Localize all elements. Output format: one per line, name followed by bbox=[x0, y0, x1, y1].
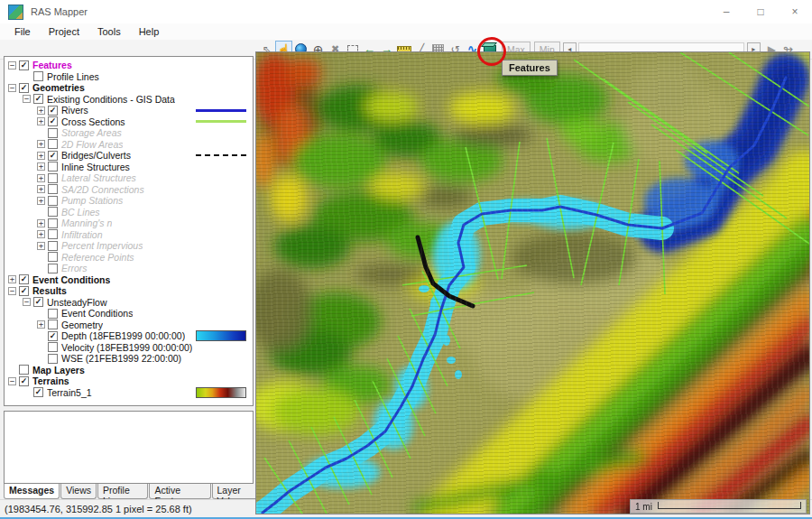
tree-checkbox[interactable]: ✓ bbox=[48, 116, 58, 126]
tree-row[interactable]: Reference Points bbox=[5, 252, 253, 264]
tree-row[interactable]: −✓Features bbox=[5, 60, 253, 71]
tree-expander[interactable]: + bbox=[37, 197, 45, 205]
tree-expander[interactable]: − bbox=[8, 377, 16, 385]
tree-expander[interactable]: + bbox=[37, 107, 45, 115]
tree-checkbox[interactable]: ✓ bbox=[33, 94, 43, 104]
tree-checkbox[interactable]: ✓ bbox=[19, 376, 29, 386]
tree-row[interactable]: BC Lines bbox=[5, 207, 253, 218]
messages-panel[interactable] bbox=[4, 411, 254, 484]
tree-checkbox[interactable] bbox=[48, 128, 58, 138]
tree-item-label: Percent Impervious bbox=[61, 240, 143, 251]
tree-row[interactable]: ✓Depth (18FEB1999 00:00:00) bbox=[5, 330, 253, 342]
menu-file[interactable]: File bbox=[5, 25, 40, 38]
tree-expander[interactable]: + bbox=[37, 140, 45, 148]
tree-row[interactable]: Velocity (18FEB1999 00:00:00) bbox=[5, 342, 253, 354]
tree-row[interactable]: Event Conditions bbox=[5, 308, 253, 320]
tree-row[interactable]: −✓Existing Conditions - GIS Data bbox=[5, 94, 253, 106]
tree-expander[interactable]: − bbox=[8, 287, 16, 295]
tree-checkbox[interactable] bbox=[48, 207, 58, 217]
menu-tools[interactable]: Tools bbox=[88, 25, 130, 38]
tree-expander[interactable]: + bbox=[37, 152, 45, 160]
tree-row[interactable]: −✓Terrains bbox=[5, 375, 253, 387]
tree-row[interactable]: Map Layers bbox=[5, 365, 253, 376]
tree-checkbox[interactable] bbox=[48, 218, 58, 228]
minimize-icon[interactable]: – bbox=[709, 1, 743, 23]
tree-row[interactable]: +SA/2D Connections bbox=[5, 184, 253, 196]
tree-checkbox[interactable] bbox=[48, 264, 58, 273]
tree-item-label: Event Conditions bbox=[61, 308, 133, 319]
tree-checkbox[interactable] bbox=[48, 309, 58, 319]
tree-checkbox[interactable]: ✓ bbox=[19, 274, 29, 284]
tab-profile-lines[interactable]: Profile Lines bbox=[97, 484, 148, 499]
tree-checkbox[interactable]: ✓ bbox=[48, 331, 58, 341]
tree-row[interactable]: ✓Terrain5_1 bbox=[5, 387, 253, 399]
tree-row[interactable]: Profile Lines bbox=[5, 71, 253, 83]
tree-item-label: Manning's n bbox=[61, 218, 112, 228]
tab-messages[interactable]: Messages bbox=[4, 484, 60, 499]
tree-expander[interactable]: − bbox=[23, 298, 31, 306]
tree-expander[interactable]: + bbox=[37, 242, 45, 250]
tree-checkbox[interactable] bbox=[48, 252, 58, 262]
tree-row[interactable]: Storage Areas bbox=[5, 127, 253, 139]
tree-row[interactable]: Errors bbox=[5, 263, 253, 274]
tree-checkbox[interactable] bbox=[48, 196, 58, 206]
tree-expander[interactable]: + bbox=[37, 185, 45, 193]
tree-expander[interactable]: + bbox=[8, 275, 16, 283]
tree-row[interactable]: +Geometry bbox=[5, 320, 253, 331]
tree-expander[interactable]: + bbox=[37, 230, 45, 238]
tree-row[interactable]: +✓Rivers bbox=[5, 105, 253, 116]
tree-row[interactable]: +Inline Structures bbox=[5, 162, 253, 173]
tree-expander[interactable]: + bbox=[37, 162, 45, 171]
tree-row[interactable]: +Percent Impervious bbox=[5, 240, 253, 252]
tree-row[interactable]: +Pump Stations bbox=[5, 195, 253, 207]
menu-project[interactable]: Project bbox=[40, 25, 88, 38]
maximize-icon[interactable]: □ bbox=[743, 1, 778, 23]
tree-checkbox[interactable] bbox=[48, 173, 58, 183]
tree-expander[interactable]: + bbox=[37, 174, 45, 182]
tree-row[interactable]: +2D Flow Areas bbox=[5, 139, 253, 151]
tree-checkbox[interactable] bbox=[48, 320, 58, 329]
tree-row[interactable]: +✓Bridges/Culverts bbox=[5, 150, 253, 162]
tree-expander[interactable]: − bbox=[8, 61, 16, 70]
tree-checkbox[interactable]: ✓ bbox=[19, 286, 29, 296]
tree-expander bbox=[23, 388, 31, 396]
menu-help[interactable]: Help bbox=[130, 25, 169, 38]
tree-expander[interactable]: − bbox=[23, 95, 31, 103]
tree-checkbox[interactable]: ✓ bbox=[48, 106, 58, 116]
tree-checkbox[interactable] bbox=[19, 365, 29, 375]
tree-expander[interactable]: + bbox=[37, 219, 45, 227]
tree-row[interactable]: −✓Results bbox=[5, 285, 253, 297]
tree-checkbox[interactable] bbox=[48, 342, 58, 352]
tree-row[interactable]: +Manning's n bbox=[5, 218, 253, 229]
tree-row[interactable]: −✓Geometries bbox=[5, 82, 253, 94]
tree-expander bbox=[37, 129, 45, 137]
tree-row[interactable]: +Infiltration bbox=[5, 229, 253, 241]
tree-checkbox[interactable] bbox=[48, 139, 58, 149]
tree-checkbox[interactable] bbox=[48, 184, 58, 194]
tree-expander[interactable]: − bbox=[8, 84, 16, 92]
close-icon[interactable]: × bbox=[778, 1, 812, 23]
map-canvas[interactable]: 1 mi bbox=[255, 51, 810, 514]
tree-expander[interactable]: + bbox=[37, 117, 45, 125]
tree-checkbox[interactable] bbox=[33, 71, 43, 81]
tree-row[interactable]: WSE (21FEB1999 22:00:00) bbox=[5, 353, 253, 365]
tab-views[interactable]: Views bbox=[60, 484, 97, 499]
tree-checkbox[interactable]: ✓ bbox=[19, 83, 29, 93]
title-bar: RAS Mapper – □ × bbox=[0, 0, 812, 24]
tree-checkbox[interactable]: ✓ bbox=[48, 151, 58, 161]
tree-checkbox[interactable]: ✓ bbox=[33, 297, 43, 307]
tree-expander bbox=[37, 355, 45, 363]
tree-expander[interactable]: + bbox=[37, 320, 45, 329]
tree-checkbox[interactable] bbox=[48, 354, 58, 364]
tab-active-features[interactable]: Active Features bbox=[149, 484, 210, 499]
tree-item-label: Velocity (18FEB1999 00:00:00) bbox=[61, 342, 192, 353]
tree-checkbox[interactable]: ✓ bbox=[33, 387, 43, 397]
tree-checkbox[interactable] bbox=[48, 162, 58, 171]
tree-row[interactable]: +✓Event Conditions bbox=[5, 274, 253, 286]
tree-row[interactable]: +Lateral Structures bbox=[5, 172, 253, 184]
tree-checkbox[interactable] bbox=[48, 241, 58, 251]
tree-row[interactable]: −✓UnsteadyFlow bbox=[5, 297, 253, 309]
tree-checkbox[interactable]: ✓ bbox=[19, 60, 29, 70]
tree-checkbox[interactable] bbox=[48, 229, 58, 239]
tree-row[interactable]: +✓Cross Sections bbox=[5, 116, 253, 128]
